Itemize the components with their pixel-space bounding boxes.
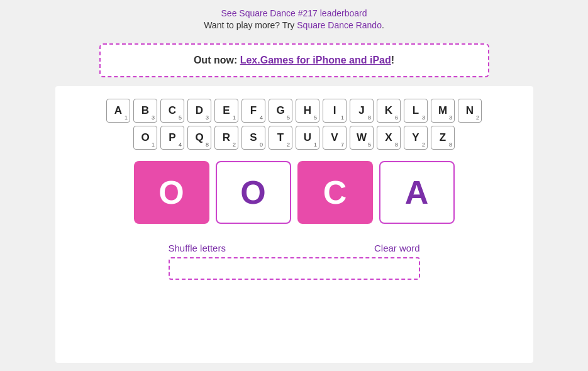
letter-tile-m[interactable]: M3 xyxy=(431,99,455,123)
word-tile-3[interactable]: A xyxy=(379,161,455,224)
letter-tile-i[interactable]: I1 xyxy=(323,99,347,123)
leaderboard-link[interactable]: See Square Dance #217 leaderboard xyxy=(221,8,367,18)
exclamation: ! xyxy=(391,55,394,65)
letter-tile-l[interactable]: L3 xyxy=(404,99,428,123)
game-area: A1B3C5D3E1F4G5H5I1J8K6L3M3N2O1P4Q8R2S0T2… xyxy=(55,86,533,363)
period: . xyxy=(382,20,384,30)
letter-tile-u[interactable]: U1 xyxy=(296,126,319,150)
letter-tile-w[interactable]: W5 xyxy=(350,126,374,150)
letter-tiles: A1B3C5D3E1F4G5H5I1J8K6L3M3N2O1P4Q8R2S0T2… xyxy=(106,99,483,150)
letter-tile-t[interactable]: T2 xyxy=(269,126,292,150)
out-now-label: Out now: xyxy=(194,55,240,65)
letter-tile-k[interactable]: K6 xyxy=(377,99,401,123)
rando-link[interactable]: Square Dance Rando xyxy=(297,20,382,30)
letter-tile-r[interactable]: R2 xyxy=(214,126,238,150)
play-more-text: Want to play more? Try xyxy=(204,20,297,30)
word-tile-1[interactable]: O xyxy=(216,161,291,224)
letter-tile-v[interactable]: V7 xyxy=(323,126,347,150)
word-tile-0[interactable]: O xyxy=(134,161,209,224)
letter-tile-x[interactable]: X8 xyxy=(377,126,401,150)
letter-tile-p[interactable]: P4 xyxy=(160,126,184,150)
app-link[interactable]: Lex.Games for iPhone and iPad xyxy=(240,55,391,65)
shuffle-button[interactable]: Shuffle letters xyxy=(169,243,226,253)
letter-tile-a[interactable]: A1 xyxy=(106,99,130,123)
word-input-box[interactable] xyxy=(169,257,420,280)
word-row-2: CA xyxy=(297,161,455,224)
letter-tile-q[interactable]: Q8 xyxy=(187,126,211,150)
promo-text: Out now: Lex.Games for iPhone and iPad! xyxy=(194,55,394,65)
play-more-line: Want to play more? Try Square Dance Rand… xyxy=(0,20,588,30)
top-links: See Square Dance #217 leaderboard Want t… xyxy=(0,0,588,37)
word-tile-2[interactable]: C xyxy=(297,161,373,224)
letter-tile-d[interactable]: D3 xyxy=(187,99,211,123)
letter-tile-y[interactable]: Y2 xyxy=(404,126,428,150)
letter-tile-s[interactable]: S0 xyxy=(241,126,265,150)
letter-tile-b[interactable]: B3 xyxy=(133,99,157,123)
letter-tile-f[interactable]: F4 xyxy=(241,99,265,123)
letter-tile-g[interactable]: G5 xyxy=(269,99,292,123)
leaderboard-line: See Square Dance #217 leaderboard xyxy=(0,8,588,18)
promo-box: Out now: Lex.Games for iPhone and iPad! xyxy=(99,43,489,77)
word-row-1: OO xyxy=(134,161,291,224)
word-area: OO CA xyxy=(134,161,455,229)
letter-tile-c[interactable]: C5 xyxy=(160,99,184,123)
clear-word-button[interactable]: Clear word xyxy=(374,243,420,253)
letter-tile-z[interactable]: Z8 xyxy=(431,126,455,150)
letter-tile-e[interactable]: E1 xyxy=(214,99,238,123)
actions: Shuffle letters Clear word xyxy=(169,243,420,253)
letter-tile-h[interactable]: H5 xyxy=(296,99,319,123)
letter-tile-o[interactable]: O1 xyxy=(133,126,157,150)
letter-tile-n[interactable]: N2 xyxy=(458,99,482,123)
letter-tile-j[interactable]: J8 xyxy=(350,99,374,123)
